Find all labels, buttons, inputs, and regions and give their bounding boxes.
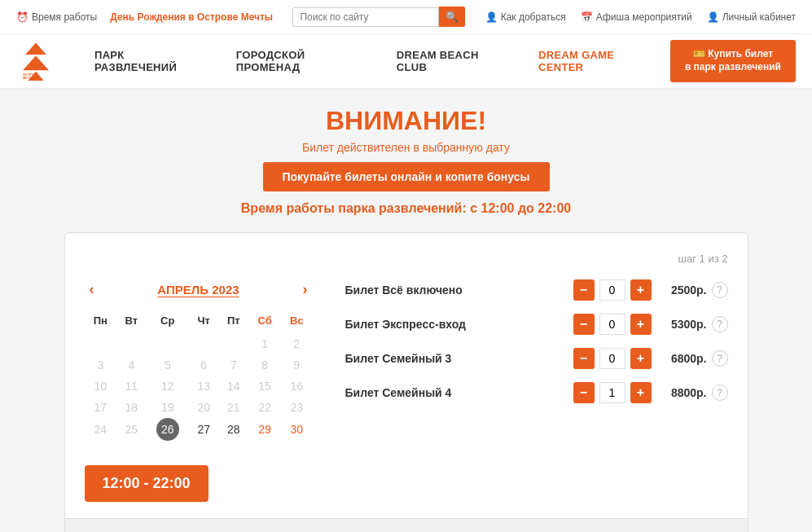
weekday-tue: Вт (116, 311, 147, 333)
ticket-label-3: Билет Семейный 3 (345, 352, 573, 365)
cal-day-12: 12 (147, 376, 189, 397)
cal-day-21: 21 (218, 397, 248, 418)
buy-ticket-button[interactable]: 🎫 Купить билет в парк развлечений (670, 40, 796, 81)
user-icon: 👤 (707, 11, 719, 23)
search-input[interactable] (292, 7, 439, 27)
time-slot-button[interactable]: 12:00 - 22:00 (85, 465, 208, 502)
ticket-row-1: Билет Всё включено − 0 + 2500р. ? (345, 279, 728, 301)
ticket-4-minus-button[interactable]: − (573, 382, 595, 403)
ticket-2-qty: 0 (599, 314, 625, 335)
weekday-wed: Ср (147, 311, 189, 333)
buy-online-button[interactable]: Покупайте билеты онлайн и копите бонусы (263, 162, 550, 191)
park-hours: Время работы парка развлечений: с 12:00 … (64, 201, 748, 216)
ticket-valid-text: Билет действителен в выбранную дату (64, 141, 748, 154)
tickets-side: Билет Всё включено − 0 + 2500р. ? Билет … (345, 279, 728, 403)
work-time[interactable]: ⏰ Время работы (16, 11, 97, 23)
ticket-label-4: Билет Семейный 4 (345, 386, 573, 399)
step-label: шаг 1 из 2 (678, 253, 728, 265)
cal-day-14: 14 (218, 376, 248, 397)
events-poster[interactable]: 📅 Афиша мероприятий (581, 11, 692, 23)
how-to-get[interactable]: 👤 Как добраться (485, 11, 566, 23)
nav-game-center[interactable]: DREAM GAME CENTER (520, 34, 670, 88)
birthday-link[interactable]: День Рождения в Острове Мечты (110, 11, 273, 23)
cal-day-7: 7 (218, 354, 248, 376)
cal-day-10: 10 (85, 376, 117, 397)
clock-icon: ⏰ (16, 11, 29, 23)
ticket-price-2: 5300р. (652, 318, 707, 331)
person-icon: 👤 (485, 11, 498, 23)
cal-day-empty (218, 333, 248, 354)
ticket-label-2: Билет Экспресс-вход (345, 318, 573, 331)
ticket-label-1: Билет Всё включено (345, 284, 573, 297)
svg-marker-1 (23, 56, 49, 71)
selected-day-indicator: 26 (156, 418, 179, 441)
cal-day-2-sun: 2 (281, 333, 313, 354)
ticket-info-3[interactable]: ? (712, 350, 728, 367)
ticket-1-plus-button[interactable]: + (630, 279, 652, 301)
ticket-info-4[interactable]: ? (712, 385, 728, 401)
cal-day-15: 15 (248, 376, 281, 397)
ticket-info-2[interactable]: ? (712, 316, 728, 332)
cal-day-9: 9 (281, 354, 313, 376)
ticket-3-qty: 0 (599, 348, 625, 369)
nav-park[interactable]: ПАРК РАЗВЛЕЧЕНИЙ (77, 34, 218, 88)
ticket-1-minus-button[interactable]: − (573, 279, 595, 301)
weekday-thu: Чт (189, 311, 219, 333)
ticket-4-plus-button[interactable]: + (630, 382, 652, 403)
cal-day-28[interactable]: 28 (218, 418, 248, 441)
ticket-price-1: 2500р. (652, 284, 707, 297)
calendar-nav: ‹ АПРЕЛЬ 2023 › (85, 279, 313, 300)
top-bar: ⏰ Время работы День Рождения в Острове М… (0, 0, 812, 34)
nav-beach-club[interactable]: DREAM BEACH CLUB (379, 34, 520, 88)
ticket-box-header: шаг 1 из 2 (85, 253, 728, 265)
cal-day-4: 4 (116, 354, 147, 376)
cal-day-empty (85, 333, 117, 354)
search-area: 🔍 (292, 7, 465, 27)
cal-day-3: 3 (85, 354, 117, 376)
cal-row-4: 17 18 19 20 21 22 23 (85, 397, 313, 418)
ticket-controls-1: − 0 + (573, 279, 652, 301)
cal-day-5: 5 (147, 354, 189, 376)
cal-day-26-selected[interactable]: 26 (147, 418, 189, 441)
ticket-price-4: 8800р. (652, 386, 707, 399)
cal-day-29-sat[interactable]: 29 (248, 418, 281, 441)
logo[interactable]: ОСТРОВ МЕЧТЫ (16, 35, 68, 87)
ticket-controls-2: − 0 + (573, 314, 652, 335)
nav-items: ПАРК РАЗВЛЕЧЕНИЙ ГОРОДСКОЙ ПРОМЕНАД DREA… (77, 34, 670, 88)
ticket-row-2: Билет Экспресс-вход − 0 + 5300р. ? (345, 314, 728, 335)
calendar-prev-button[interactable]: ‹ (85, 279, 99, 300)
calendar-icon: 📅 (581, 11, 593, 23)
ticket-row-4: Билет Семейный 4 − 1 + 8800р. ? (345, 382, 728, 403)
cal-day-30-sun[interactable]: 30 (281, 418, 313, 441)
cal-day-6: 6 (189, 354, 219, 376)
my-cabinet[interactable]: 👤 Личный кабинет (707, 11, 796, 23)
cal-day-23: 23 (281, 397, 313, 418)
calendar-grid: Пн Вт Ср Чт Пт Сб Вс (85, 311, 313, 441)
calendar-month-title: АПРЕЛЬ 2023 (157, 283, 239, 297)
cal-day-16: 16 (281, 376, 313, 397)
cal-day-27[interactable]: 27 (189, 418, 219, 441)
ticket-controls-4: − 1 + (573, 382, 652, 403)
weekday-fri: Пт (218, 311, 248, 333)
ticket-4-qty: 1 (599, 382, 625, 403)
cal-day-13: 13 (189, 376, 219, 397)
svg-text:МЕЧТЫ: МЕЧТЫ (23, 76, 35, 80)
cal-row-1: 1 2 (85, 333, 313, 354)
cal-day-20: 20 (189, 397, 219, 418)
ticket-3-minus-button[interactable]: − (573, 348, 595, 369)
cal-day-11: 11 (116, 376, 147, 397)
ticket-info-1[interactable]: ? (712, 282, 728, 298)
cal-day-18: 18 (116, 397, 147, 418)
calendar: ‹ АПРЕЛЬ 2023 › Пн Вт Ср Чт Пт Сб Вс (85, 279, 313, 502)
calendar-next-button[interactable]: › (298, 279, 313, 300)
nav-promenade[interactable]: ГОРОДСКОЙ ПРОМЕНАД (218, 34, 379, 88)
page-content: ВНИМАНИЕ! Билет действителен в выбранную… (56, 90, 757, 532)
cal-day-24: 24 (85, 418, 117, 441)
cal-row-5: 24 25 26 27 28 29 30 (85, 418, 313, 441)
ticket-2-minus-button[interactable]: − (573, 314, 595, 335)
ticket-icon: 🎫 (693, 48, 708, 59)
search-button[interactable]: 🔍 (439, 7, 465, 27)
svg-marker-0 (25, 43, 46, 55)
ticket-2-plus-button[interactable]: + (630, 314, 652, 335)
ticket-3-plus-button[interactable]: + (630, 348, 652, 369)
